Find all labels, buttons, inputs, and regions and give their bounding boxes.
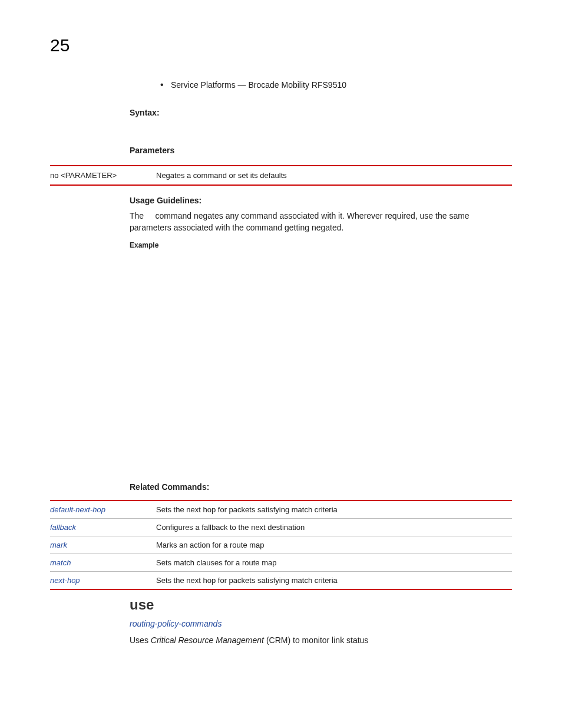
use-desc-prefix: Uses xyxy=(130,635,151,645)
parameters-heading: Parameters xyxy=(130,146,512,155)
related-desc: Sets the next hop for packets satisfying… xyxy=(156,572,512,590)
usage-text: The command negates any command associat… xyxy=(130,210,512,234)
related-commands-table: default-next-hop Sets the next hop for p… xyxy=(50,500,512,590)
link-match[interactable]: match xyxy=(50,558,71,567)
table-row: no <PARAMETER> Negates a command or set … xyxy=(50,166,512,185)
use-desc-suffix: (CRM) to monitor link status xyxy=(264,635,368,645)
use-heading: use xyxy=(130,597,512,613)
link-next-hop[interactable]: next-hop xyxy=(50,576,80,585)
related-commands-heading: Related Commands: xyxy=(130,482,512,492)
use-description: Uses Critical Resource Management (CRM) … xyxy=(130,634,512,646)
table-row: match Sets match clauses for a route map xyxy=(50,554,512,572)
usage-rest: command negates any command associated w… xyxy=(130,211,470,232)
parameters-table: no <PARAMETER> Negates a command or set … xyxy=(50,165,512,186)
use-desc-italic: Critical Resource Management xyxy=(151,635,264,645)
table-row: default-next-hop Sets the next hop for p… xyxy=(50,500,512,519)
syntax-heading: Syntax: xyxy=(130,108,512,117)
usage-prefix: The xyxy=(130,211,144,220)
table-row: fallback Configures a fallback to the ne… xyxy=(50,519,512,536)
link-fallback[interactable]: fallback xyxy=(50,523,76,532)
bullet-dot-icon: • xyxy=(160,80,171,90)
example-label: Example xyxy=(130,241,512,249)
table-row: mark Marks an action for a route map xyxy=(50,536,512,554)
link-routing-policy-commands[interactable]: routing-policy-commands xyxy=(130,619,222,628)
page-number: 25 xyxy=(50,35,70,55)
related-desc: Sets the next hop for packets satisfying… xyxy=(156,500,512,519)
usage-guidelines-heading: Usage Guidelines: xyxy=(130,196,512,205)
table-row: next-hop Sets the next hop for packets s… xyxy=(50,572,512,590)
bullet-list: •Service Platforms — Brocade Mobility RF… xyxy=(130,80,512,90)
bullet-text: Service Platforms — Brocade Mobility RFS… xyxy=(171,80,346,90)
related-desc: Marks an action for a route map xyxy=(156,536,512,554)
related-desc: Sets match clauses for a route map xyxy=(156,554,512,572)
link-default-next-hop[interactable]: default-next-hop xyxy=(50,505,105,514)
link-mark[interactable]: mark xyxy=(50,541,67,549)
param-command: no <PARAMETER> xyxy=(50,166,156,185)
param-description: Negates a command or set its defaults xyxy=(156,166,512,185)
related-desc: Configures a fallback to the next destin… xyxy=(156,519,512,536)
